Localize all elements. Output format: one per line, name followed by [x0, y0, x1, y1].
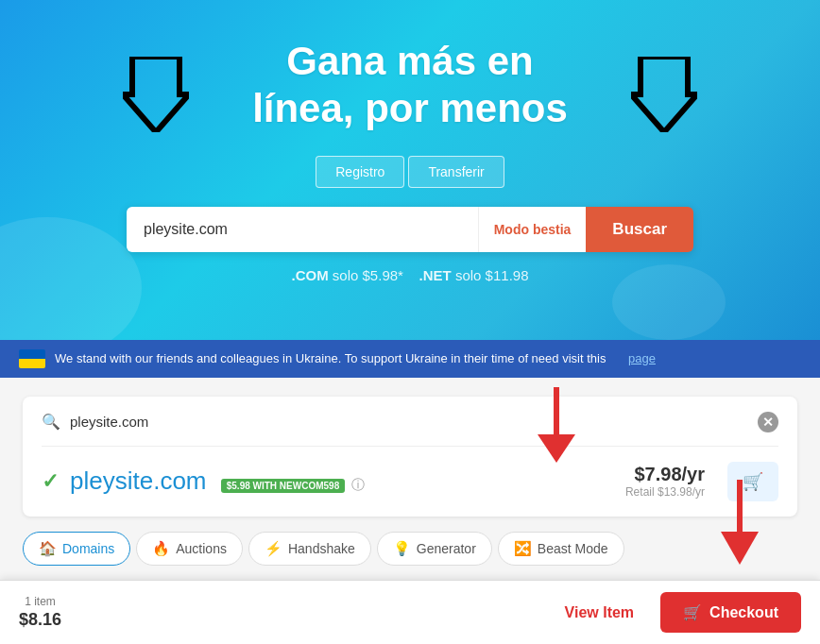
cart-item-info: 1 item $8.16: [19, 595, 61, 630]
right-arrow-decoration: [631, 57, 697, 136]
result-query-text: pleysite.com: [70, 414, 748, 430]
com-price: solo $5.98*: [329, 267, 403, 283]
svg-marker-5: [721, 532, 759, 565]
available-check-icon: ✓: [42, 469, 59, 494]
red-arrow-to-checkout: [716, 480, 763, 568]
item-count: 1 item: [19, 595, 61, 610]
generator-tab-label: Generator: [417, 541, 476, 556]
beast-mode-tab-icon: 🔀: [514, 540, 532, 557]
tab-auctions[interactable]: 🔥 Auctions: [136, 532, 243, 566]
ukraine-banner: We stand with our friends and colleagues…: [0, 340, 820, 378]
pricing-info: .COM solo $5.98* .NET solo $11.98: [19, 267, 801, 283]
svg-marker-3: [538, 434, 575, 463]
search-bar: Modo bestia Buscar: [127, 207, 693, 252]
registro-button[interactable]: Registro: [316, 156, 404, 188]
left-arrow-decoration: [123, 57, 189, 136]
transferir-button[interactable]: Transferir: [408, 156, 504, 188]
beast-mode-toggle[interactable]: Modo bestia: [478, 207, 587, 252]
info-icon[interactable]: ⓘ: [351, 477, 365, 492]
domains-tab-label: Domains: [62, 541, 114, 556]
auctions-tab-icon: 🔥: [152, 540, 170, 557]
red-arrow-to-price: [533, 387, 580, 466]
tab-generator[interactable]: 💡 Generator: [377, 532, 492, 566]
ukraine-text: We stand with our friends and colleagues…: [55, 351, 606, 365]
bottom-checkout-bar: 1 item $8.16 View Item 🛒 Checkout: [0, 580, 820, 644]
price-retail: Retail $13.98/yr: [625, 485, 705, 499]
price-main: $7.98/yr: [625, 464, 705, 485]
domain-result-row: ✓ pleysite.com $5.98 WITH NEWCOM598 ⓘ $7…: [42, 462, 778, 501]
com-link[interactable]: .COM: [292, 267, 329, 283]
category-tabs: 🏠 Domains 🔥 Auctions ⚡ Handshake 💡 Gener…: [23, 532, 797, 566]
handshake-tab-label: Handshake: [288, 541, 355, 556]
ukraine-flag-icon: [19, 349, 45, 368]
price-section: $7.98/yr Retail $13.98/yr: [625, 464, 705, 499]
checkout-button[interactable]: 🛒 Checkout: [660, 592, 801, 633]
net-link[interactable]: .NET: [419, 267, 452, 283]
hero-section: Gana más en línea, por menos Registro Tr…: [0, 0, 820, 340]
cart-total: $8.16: [19, 610, 61, 630]
auctions-tab-label: Auctions: [176, 541, 227, 556]
handshake-tab-icon: ⚡: [265, 540, 282, 557]
search-input[interactable]: [127, 207, 478, 252]
result-search-bar: 🔍 pleysite.com ✕: [42, 412, 778, 447]
tab-handshake[interactable]: ⚡ Handshake: [248, 532, 371, 566]
checkout-label: Checkout: [709, 604, 778, 621]
promo-badge: $5.98 WITH NEWCOM598: [221, 479, 345, 493]
generator-tab-icon: 💡: [393, 540, 411, 557]
tab-domains[interactable]: 🏠 Domains: [23, 532, 130, 566]
domains-tab-icon: 🏠: [39, 540, 57, 557]
cart-icon: 🛒: [683, 603, 702, 621]
search-icon-small: 🔍: [42, 413, 60, 431]
tab-beast-mode[interactable]: 🔀 Beast Mode: [498, 532, 624, 566]
domain-name: pleysite.com $5.98 WITH NEWCOM598 ⓘ: [70, 466, 614, 496]
result-box: 🔍 pleysite.com ✕ ✓ pleysite.com $5.98 WI…: [23, 397, 797, 517]
clear-search-button[interactable]: ✕: [758, 412, 778, 432]
svg-marker-1: [631, 57, 697, 132]
svg-marker-0: [123, 57, 189, 132]
ukraine-link[interactable]: page: [628, 351, 656, 365]
search-button[interactable]: Buscar: [586, 207, 693, 252]
hero-buttons: Registro Transferir: [19, 156, 801, 188]
view-item-button[interactable]: View Item: [550, 595, 650, 631]
beast-mode-tab-label: Beast Mode: [538, 541, 608, 556]
net-price: solo $11.98: [452, 267, 529, 283]
